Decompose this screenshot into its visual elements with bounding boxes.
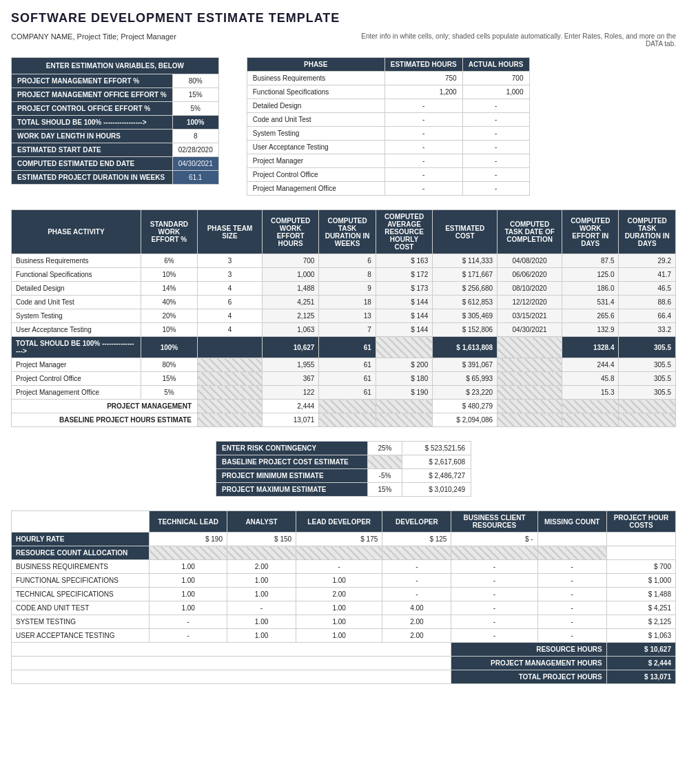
risk-val-0: $ 523,521.56 [402, 442, 471, 455]
res-summary-val-0: $ 10,627 [606, 643, 675, 657]
col-team: PHASE TEAM SIZE [198, 210, 263, 254]
phase-est-7[interactable]: - [384, 168, 462, 182]
baseline-row: BASELINE PROJECT HOURS ESTIMATE 13,071 $… [12, 413, 676, 427]
activity-row-1: Functional Specifications 10% 3 1,000 8 … [12, 268, 676, 282]
phase-row-0: Business Requirements [247, 72, 384, 85]
baseline-cost: $ 2,094,086 [433, 413, 498, 427]
rate-leaddev[interactable]: $ 175 [296, 533, 382, 546]
project-mgmt-hours: 2,444 [262, 400, 318, 413]
risk-section: ENTER RISK CONTINGENCY 25% $ 523,521.56 … [11, 441, 676, 497]
risk-pct-0[interactable]: 25% [368, 442, 402, 455]
res-summary-0: RESOURCE HOURS $ 10,627 [12, 643, 676, 657]
activity-row-3: Code and Unit Test 40% 6 4,251 18 $ 144 … [12, 296, 676, 309]
var-value-1[interactable]: 15% [172, 88, 218, 102]
var-label-7: ESTIMATED PROJECT DURATION IN WEEKS [12, 171, 173, 185]
res-summary-label-0: RESOURCE HOURS [451, 643, 606, 657]
phase-est-6[interactable]: - [384, 154, 462, 168]
var-label-3: TOTAL SHOULD BE 100% -----------------> [12, 116, 173, 130]
var-label-5: ESTIMATED START DATE [12, 143, 173, 157]
res-row-2: TECHNICAL SPECIFICATIONS 1.00 1.00 2.00 … [12, 588, 676, 601]
section-variables-phase: ENTER ESTIMATION VARIABLES, BELOW PROJEC… [11, 57, 676, 196]
risk-pct-3: 15% [368, 483, 402, 497]
phase-est-1[interactable]: 1,200 [384, 85, 462, 99]
risk-pct-2: -5% [368, 469, 402, 483]
phase-actual-4[interactable]: - [462, 127, 529, 141]
phase-row-5: User Acceptance Testing [247, 141, 384, 154]
col-lead-dev: LEAD DEVELOPER [296, 511, 382, 533]
phase-row-7: Project Control Office [247, 168, 384, 182]
col-work-hours: COMPUTED WORK EFFORT HOURS [262, 210, 318, 254]
phase-actual-3[interactable]: - [462, 113, 529, 127]
baseline-hours: 13,071 [262, 413, 318, 427]
actual-hours-header: ACTUAL HOURS [462, 58, 529, 72]
phase-est-0[interactable]: 750 [384, 72, 462, 85]
var-label-1: PROJECT MANAGEMENT OFFICE EFFORT % [12, 88, 173, 102]
phase-est-2[interactable]: - [384, 99, 462, 113]
res-summary-label-1: PROJECT MANAGEMENT HOURS [451, 657, 606, 670]
col-task-weeks: COMPUTED TASK DURATION IN WEEKS [319, 210, 376, 254]
activity-row-7: Project Manager 80% 1,955 61 $ 200 $ 391… [12, 358, 676, 372]
phase-est-4[interactable]: - [384, 127, 462, 141]
var-label-6: COMPUTED ESTIMATED END DATE [12, 157, 173, 171]
phase-actual-2[interactable]: - [462, 99, 529, 113]
res-row-0: BUSINESS REQUIREMENTS 1.00 2.00 - - - - … [12, 560, 676, 574]
phase-row-6: Project Manager [247, 154, 384, 168]
phase-activity-section: PHASE ACTIVITY STANDARD WORK EFFORT % PH… [11, 209, 676, 427]
phase-actual-7[interactable]: - [462, 168, 529, 182]
risk-label-2: PROJECT MINIMUM ESTIMATE [216, 469, 368, 483]
col-hour-costs: PROJECT HOUR COSTS [606, 511, 675, 533]
company-info-row: COMPANY NAME, Project Title; Project Man… [11, 32, 676, 48]
phase-actual-5[interactable]: - [462, 141, 529, 154]
col-effort: STANDARD WORK EFFORT % [141, 210, 197, 254]
phase-row-3: Code and Unit Test [247, 113, 384, 127]
var-value-3: 100% [172, 116, 218, 130]
resource-section: TECHNICAL LEAD ANALYST LEAD DEVELOPER DE… [11, 510, 676, 684]
activity-row-4: System Testing 20% 4 2,125 13 $ 144 $ 30… [12, 309, 676, 323]
allocation-label: RESOURCE COUNT ALLOCATION [12, 546, 150, 560]
risk-label-3: PROJECT MAXIMUM ESTIMATE [216, 483, 368, 497]
col-date: COMPUTED TASK DATE OF COMPLETION [498, 210, 562, 254]
col-analyst: ANALYST [227, 511, 296, 533]
col-developer: DEVELOPER [382, 511, 451, 533]
col-missing: MISSING COUNT [537, 511, 606, 533]
phase-row-8: Project Management Office [247, 182, 384, 196]
risk-val-2: $ 2,486,727 [402, 469, 471, 483]
var-value-6: 04/30/2021 [172, 157, 218, 171]
hourly-label: HOURLY RATE [12, 533, 150, 546]
phase-actual-6[interactable]: - [462, 154, 529, 168]
phase-actual-0[interactable]: 700 [462, 72, 529, 85]
phase-est-5[interactable]: - [384, 141, 462, 154]
hourly-rate-row: HOURLY RATE $ 190 $ 150 $ 175 $ 125 $ - [12, 533, 676, 546]
var-value-4[interactable]: 8 [172, 130, 218, 143]
risk-label-0: ENTER RISK CONTINGENCY [216, 442, 368, 455]
phase-actual-1[interactable]: 1,000 [462, 85, 529, 99]
phase-actual-8[interactable]: - [462, 182, 529, 196]
var-label-2: PROJECT CONTROL OFFICE EFFORT % [12, 102, 173, 116]
res-row-4: SYSTEM TESTING - 1.00 1.00 2.00 - - $ 2,… [12, 615, 676, 629]
rate-biz[interactable]: $ - [451, 533, 537, 546]
res-summary-1: PROJECT MANAGEMENT HOURS $ 2,444 [12, 657, 676, 670]
var-value-7: 61.1 [172, 171, 218, 185]
res-summary-2: TOTAL PROJECT HOURS $ 13,071 [12, 670, 676, 684]
activity-row-8: Project Control Office 15% 367 61 $ 180 … [12, 372, 676, 386]
res-row-5: USER ACCEPTANCE TESTING - 1.00 1.00 2.00… [12, 629, 676, 643]
rate-tech[interactable]: $ 190 [150, 533, 227, 546]
phase-est-3[interactable]: - [384, 113, 462, 127]
col-est-cost: ESTIMATED COST [433, 210, 498, 254]
phase-row-2: Detailed Design [247, 99, 384, 113]
var-label-4: WORK DAY LENGTH IN HOURS [12, 130, 173, 143]
rate-developer[interactable]: $ 125 [382, 533, 451, 546]
var-value-5[interactable]: 02/28/2020 [172, 143, 218, 157]
project-mgmt-cost: $ 480,279 [433, 400, 498, 413]
col-activity: PHASE ACTIVITY [12, 210, 141, 254]
rate-analyst[interactable]: $ 150 [227, 533, 296, 546]
var-value-0[interactable]: 80% [172, 74, 218, 88]
col-work-days: COMPUTED WORK EFFORT IN DAYS [562, 210, 619, 254]
activity-row-9: Project Management Office 5% 122 61 $ 19… [12, 386, 676, 400]
activity-row-2: Detailed Design 14% 4 1,488 9 $ 173 $ 25… [12, 282, 676, 296]
var-value-2[interactable]: 5% [172, 102, 218, 116]
res-summary-val-1: $ 2,444 [606, 657, 675, 670]
phase-est-8[interactable]: - [384, 182, 462, 196]
activity-row-5: User Acceptance Testing 10% 4 1,063 7 $ … [12, 323, 676, 337]
res-row-1: FUNCTIONAL SPECIFICATIONS 1.00 1.00 1.00… [12, 574, 676, 588]
